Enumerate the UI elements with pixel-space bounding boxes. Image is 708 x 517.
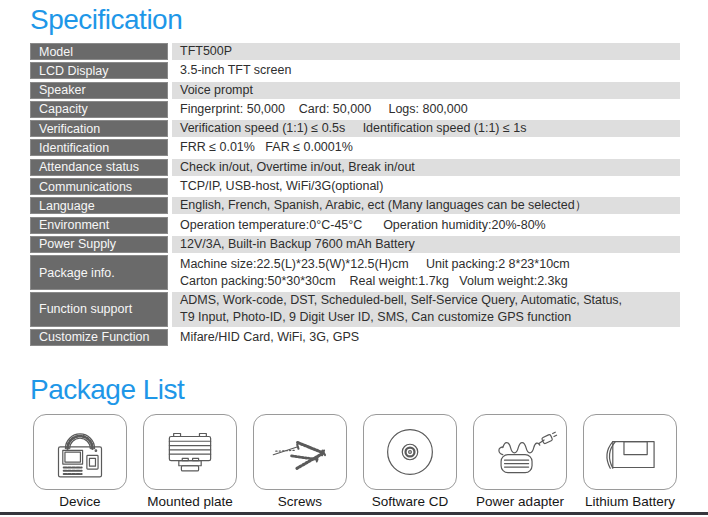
spec-value-text: Fingerprint: 50,000 Card: 50,000 Logs: 8… (180, 101, 680, 118)
package-item-lithium-battery: Lithium Battery (578, 414, 682, 509)
spec-row-customize-function: Customize Function Mifare/HID Card, WiFi… (30, 329, 680, 346)
spec-value: Fingerprint: 50,000 Card: 50,000 Logs: 8… (172, 101, 680, 118)
spec-value-text: ADMS, Work-code, DST, Scheduled-bell, Se… (180, 292, 680, 309)
spec-row-capacity: Capacity Fingerprint: 50,000 Card: 50,00… (30, 101, 680, 118)
spec-value-text: Voice prompt (180, 82, 680, 99)
spec-row-package-info: Package info. Machine size:22.5(L)*23.5(… (30, 255, 680, 290)
bottom-border-line (0, 512, 708, 515)
spec-row-environment: Environment Operation temperature:0°C-45… (30, 217, 680, 234)
spec-value: Verification speed (1:1) ≤ 0.5s Identifi… (172, 120, 680, 137)
spec-label: Customize Function (30, 329, 168, 346)
spec-row-lcd-display: LCD Display 3.5-inch TFT screen (30, 62, 680, 79)
spec-label: Communications (30, 178, 168, 195)
spec-value: English, French, Spanish, Arabic, ect (M… (172, 197, 680, 214)
spec-value-text: Carton packing:50*30*30cm Real weight:1.… (180, 273, 680, 290)
spec-label: LCD Display (30, 62, 168, 79)
package-item-box (253, 414, 347, 490)
spec-value: TFT500P (172, 43, 680, 60)
spec-label: Capacity (30, 101, 168, 118)
spec-value: Voice prompt (172, 82, 680, 99)
spec-value: FRR ≤ 0.01% FAR ≤ 0.0001% (172, 139, 680, 156)
spec-label: Power Supply (30, 236, 168, 253)
package-item-power-adapter: Power adapter (468, 414, 572, 509)
spec-value-text: T9 Input, Photo-ID, 9 Digit User ID, SMS… (180, 309, 680, 326)
spec-sheet: Specification Model TFT500P LCD Display … (0, 0, 708, 517)
package-item-label: Screws (278, 494, 322, 509)
package-item-label: Mounted plate (147, 494, 233, 509)
package-item-box (33, 414, 127, 490)
package-item-label: Lithium Battery (585, 494, 675, 509)
spec-row-communications: Communications TCP/IP, USB-host, WiFi/3G… (30, 178, 680, 195)
spec-value: 3.5-inch TFT screen (172, 62, 680, 79)
power-adapter-icon (477, 419, 563, 485)
spec-label: Language (30, 197, 168, 214)
spec-row-model: Model TFT500P (30, 43, 680, 60)
spec-value-text: Mifare/HID Card, WiFi, 3G, GPS (180, 329, 680, 346)
package-item-label: Power adapter (476, 494, 564, 509)
spec-label: Environment (30, 217, 168, 234)
spec-value-text: FRR ≤ 0.01% FAR ≤ 0.0001% (180, 139, 680, 156)
spec-value-text: English, French, Spanish, Arabic, ect (M… (180, 197, 680, 214)
package-item-box (473, 414, 567, 490)
spec-value-text: TFT500P (180, 43, 680, 60)
specification-title: Specification (30, 4, 182, 36)
spec-value-text: Operation temperature:0°C-45°C Operation… (180, 217, 680, 234)
package-list-title: Package List (30, 374, 184, 406)
package-item-screws: Screws (248, 414, 352, 509)
mounted-plate-icon (147, 419, 233, 485)
spec-value-text: 12V/3A, Built-in Backup 7600 mAh Battery (180, 236, 680, 253)
spec-value: ADMS, Work-code, DST, Scheduled-bell, Se… (172, 292, 680, 327)
package-item-software-cd: Software CD (358, 414, 462, 509)
package-item-label: Software CD (372, 494, 449, 509)
package-item-box (583, 414, 677, 490)
spec-label: Model (30, 43, 168, 60)
spec-value-text: Verification speed (1:1) ≤ 0.5s Identifi… (180, 120, 680, 137)
spec-row-language: Language English, French, Spanish, Arabi… (30, 197, 680, 214)
spec-value-text: Machine size:22.5(L)*23.5(W)*12.5(H)cm U… (180, 256, 680, 273)
spec-value-text: Check in/out, Overtime in/out, Break in/… (180, 159, 680, 176)
spec-value-text: 3.5-inch TFT screen (180, 62, 680, 79)
spec-value: Operation temperature:0°C-45°C Operation… (172, 217, 680, 234)
spec-label: Verification (30, 120, 168, 137)
spec-label: Attendance status (30, 159, 168, 176)
spec-label: Function support (30, 292, 168, 327)
spec-row-verification: Verification Verification speed (1:1) ≤ … (30, 120, 680, 137)
specification-table: Model TFT500P LCD Display 3.5-inch TFT s… (30, 43, 680, 348)
spec-row-attendance-status: Attendance status Check in/out, Overtime… (30, 159, 680, 176)
spec-label: Identification (30, 139, 168, 156)
screws-icon (257, 419, 343, 485)
package-item-box (363, 414, 457, 490)
spec-row-speaker: Speaker Voice prompt (30, 82, 680, 99)
spec-label: Speaker (30, 82, 168, 99)
software-cd-icon (367, 419, 453, 485)
package-item-label: Device (59, 494, 100, 509)
spec-value-text: TCP/IP, USB-host, WiFi/3G(optional) (180, 178, 680, 195)
spec-value: TCP/IP, USB-host, WiFi/3G(optional) (172, 178, 680, 195)
spec-value: Machine size:22.5(L)*23.5(W)*12.5(H)cm U… (172, 255, 680, 290)
package-item-box (143, 414, 237, 490)
spec-row-identification: Identification FRR ≤ 0.01% FAR ≤ 0.0001% (30, 139, 680, 156)
package-item-device: Device (28, 414, 132, 509)
package-list: Device (28, 414, 682, 509)
lithium-battery-icon (587, 419, 673, 485)
spec-value: Mifare/HID Card, WiFi, 3G, GPS (172, 329, 680, 346)
spec-row-power-supply: Power Supply 12V/3A, Built-in Backup 760… (30, 236, 680, 253)
spec-value: 12V/3A, Built-in Backup 7600 mAh Battery (172, 236, 680, 253)
spec-value: Check in/out, Overtime in/out, Break in/… (172, 159, 680, 176)
package-item-mounted-plate: Mounted plate (138, 414, 242, 509)
spec-label: Package info. (30, 255, 168, 290)
device-icon (37, 419, 123, 485)
spec-row-function-support: Function support ADMS, Work-code, DST, S… (30, 292, 680, 327)
